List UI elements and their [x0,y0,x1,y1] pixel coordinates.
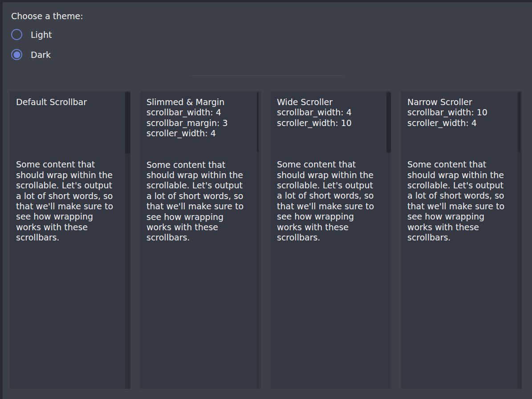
panel-title: Narrow Scroller [407,97,510,107]
panel-title: Default Scrollbar [16,97,119,107]
window-edge-top [0,0,532,2]
panel-config-line: scroller_width: 4 [146,128,249,138]
panel-config-line: scrollbar_width: 10 [407,107,510,118]
panel-content-text: Some content that should wrap within the… [277,159,381,243]
panel-config-line: scrollbar_margin: 3 [146,118,249,128]
scrollbar-thumb[interactable] [257,92,259,152]
panel-wide-scroller[interactable]: Wide Scroller scrollbar_width: 4 scrolle… [271,91,391,389]
radio-option-light[interactable]: Light [11,28,83,41]
radio-option-dark[interactable]: Dark [11,48,83,61]
panel-slimmed-margin[interactable]: Slimmed & Margin scrollbar_width: 4 scro… [140,91,261,389]
radio-label-dark[interactable]: Dark [31,50,51,60]
theme-chooser: Choose a theme: Light Dark [11,11,83,61]
panel-config-line: scrollbar_width: 4 [277,107,380,118]
panel-config-line: scroller_width: 4 [407,118,510,128]
divider [190,75,344,76]
panel-title: Wide Scroller [277,97,380,107]
scrollbar-demo-columns: Default Scrollbar Some content that shou… [10,91,522,389]
panel-config-line: scrollbar_width: 4 [146,107,249,118]
theme-chooser-label: Choose a theme: [11,11,83,21]
panel-default-scrollbar[interactable]: Default Scrollbar Some content that shou… [10,91,130,389]
panel-narrow-scroller[interactable]: Narrow Scroller scrollbar_width: 10 scro… [401,91,522,389]
scrollbar-thumb[interactable] [125,92,130,154]
panel-content-text: Some content that should wrap within the… [407,159,511,243]
panel-content-text: Some content that should wrap within the… [16,159,120,243]
panel-content-text: Some content that should wrap within the… [146,160,250,243]
scrollbar-thumb[interactable] [386,92,391,153]
panel-title: Slimmed & Margin [146,97,249,107]
window-edge-left [0,0,3,399]
scrollbar-thumb[interactable] [518,92,520,153]
radio-icon-dark[interactable] [11,49,22,60]
panel-config-line: scroller_width: 10 [277,118,380,128]
radio-label-light[interactable]: Light [31,30,52,40]
radio-icon-light[interactable] [11,29,22,40]
